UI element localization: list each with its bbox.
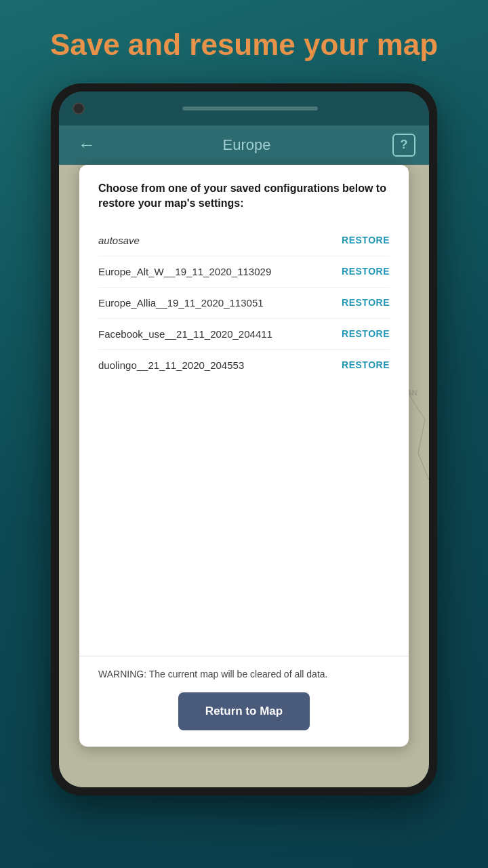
- saves-list: autosave RESTORE Europe_Alt_W__: [98, 225, 390, 380]
- phone-frame: ← Europe ? STAN IRAN p Choose from one o…: [51, 83, 437, 795]
- signal-bar: [182, 106, 318, 111]
- camera-icon: [73, 102, 85, 115]
- save-name-1: autosave: [98, 235, 338, 246]
- save-name-5: duolingo__21_11_2020_204553: [98, 359, 338, 371]
- dialog-instruction: Choose from one of your saved configurat…: [98, 181, 390, 212]
- restore-button-5[interactable]: RESTORE: [338, 359, 390, 370]
- warning-text: WARNING: The current map will be cleared…: [98, 667, 390, 682]
- header-title: Europe: [223, 136, 271, 154]
- restore-label-5: RESTORE: [342, 359, 390, 370]
- save-item-4: Facebook_use__21_11_2020_204411 RESTORE: [98, 319, 390, 350]
- restore-button-3[interactable]: RESTORE: [338, 297, 390, 308]
- save-name-2: Europe_Alt_W__19_11_2020_113029: [98, 266, 338, 277]
- restore-label-3: RESTORE: [342, 297, 390, 308]
- restore-button-1[interactable]: RESTORE: [338, 235, 390, 245]
- restore-label-4: RESTORE: [342, 328, 390, 339]
- app-header: ← Europe ?: [59, 125, 429, 165]
- status-bar: [59, 92, 429, 125]
- restore-button-4[interactable]: RESTORE: [338, 328, 390, 339]
- restore-label-2: RESTORE: [342, 266, 390, 277]
- restore-button-2[interactable]: RESTORE: [338, 266, 390, 277]
- save-item-2: Europe_Alt_W__19_11_2020_113029 RESTORE: [98, 256, 390, 288]
- help-button[interactable]: ?: [392, 134, 415, 157]
- back-button[interactable]: ←: [73, 129, 101, 161]
- save-item-3: Europe_Allia__19_11_2020_113051 RESTORE: [98, 288, 390, 319]
- return-to-map-button[interactable]: Return to Map: [178, 692, 310, 730]
- restore-label-1: RESTORE: [342, 235, 390, 245]
- save-item-5: duolingo__21_11_2020_204553 RESTORE: [98, 350, 390, 380]
- page-title: Save and resume your map: [23, 0, 465, 83]
- restore-dialog: Choose from one of your saved configurat…: [79, 165, 409, 747]
- phone-screen: ← Europe ? STAN IRAN p Choose from one o…: [59, 92, 429, 787]
- status-bar-center: [85, 106, 415, 111]
- save-name-4: Facebook_use__21_11_2020_204411: [98, 328, 338, 340]
- save-name-3: Europe_Allia__19_11_2020_113051: [98, 297, 338, 309]
- dialog-body: Choose from one of your saved configurat…: [79, 165, 409, 656]
- dialog-footer: WARNING: The current map will be cleared…: [79, 656, 409, 747]
- save-item-1: autosave RESTORE: [98, 225, 390, 256]
